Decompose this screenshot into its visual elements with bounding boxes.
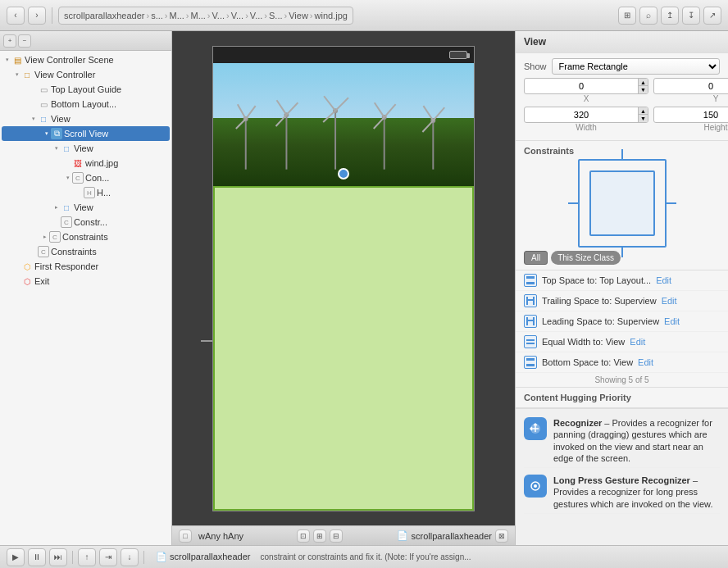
svg-rect-35	[526, 358, 535, 361]
breadcrumb[interactable]: scrollparallaxheader › s... › M... › M..…	[58, 7, 353, 25]
canvas-size-btn-2[interactable]: ⊞	[313, 529, 326, 543]
breadcrumb-item-2[interactable]: s...	[151, 11, 163, 20]
drag-handle[interactable]	[338, 168, 349, 179]
breadcrumb-item-4[interactable]: M...	[190, 11, 205, 20]
label-bottom-layout: Bottom Layout...	[51, 99, 116, 109]
constraint-text-equal-width: Equal Width to: View	[542, 337, 625, 347]
toggle-scroll-view[interactable]: ▾	[43, 130, 51, 138]
toolbar-btn-up[interactable]: ↥	[661, 7, 679, 25]
tree-item-vc-scene[interactable]: ▾ ▤ View Controller Scene	[0, 52, 171, 67]
constraint-item-leading[interactable]: Leading Space to: Superview Edit	[516, 311, 728, 332]
toolbar-btn-search[interactable]: ⌕	[639, 7, 657, 25]
height-input[interactable]	[654, 107, 728, 122]
constraint-line-bottom	[621, 246, 623, 257]
tree-item-h-item[interactable]: ▸ H H...	[0, 185, 171, 200]
debug-up-btn[interactable]: ↑	[78, 548, 96, 566]
breadcrumb-item-6[interactable]: V...	[231, 11, 244, 20]
tree-item-view1[interactable]: ▾ □ View	[0, 111, 171, 126]
constraint-item-top[interactable]: Top Space to: Top Layout... Edit	[516, 270, 728, 291]
canvas-area[interactable]	[172, 31, 515, 525]
canvas-extra-btn[interactable]: ⊠	[495, 529, 508, 543]
tree-item-constraints2[interactable]: ▸ C Constraints	[0, 244, 171, 259]
debug-run-btn[interactable]: ▶	[7, 548, 25, 566]
toggle-vc-scene[interactable]: ▾	[3, 56, 11, 64]
tree-item-con1[interactable]: ▾ C Con...	[0, 170, 171, 185]
tree-item-vc[interactable]: ▾ □ View Controller	[0, 67, 171, 82]
left-panel-btn-2[interactable]: −	[18, 34, 31, 48]
bottom-center: ⊡ ⊞ ⊟	[250, 529, 390, 543]
breadcrumb-item-1[interactable]: scrollparallaxheader	[64, 11, 144, 20]
canvas-size-btn-1[interactable]: ⊡	[297, 529, 310, 543]
tree-item-constraints1[interactable]: ▸ C Constraints	[0, 229, 171, 244]
tree-item-bottom-layout[interactable]: ▸ ▭ Bottom Layout...	[0, 97, 171, 111]
show-row: Show Frame Rectangle	[524, 58, 720, 75]
filter-all-btn[interactable]: All	[524, 251, 548, 265]
constraint-item-bottom[interactable]: Bottom Space to: View Edit	[516, 352, 728, 373]
tree-item-top-layout[interactable]: ▸ ▭ Top Layout Guide	[0, 82, 171, 97]
constraint-line-right	[665, 202, 676, 204]
toggle-constraints1[interactable]: ▸	[41, 233, 49, 241]
debug-constraint-note: constraint or constraints and fix it. (N…	[261, 552, 721, 561]
debug-down-btn[interactable]: ↓	[121, 548, 139, 566]
tree-item-first-responder[interactable]: ▸ ⬡ First Responder	[0, 259, 171, 274]
back-button[interactable]: ‹	[7, 7, 25, 25]
y-input[interactable]	[654, 79, 728, 93]
toggle-con1[interactable]: ▾	[64, 174, 72, 182]
forward-button[interactable]: ›	[28, 7, 46, 25]
recognizer-icon-pan	[524, 417, 547, 440]
width-stepper-up[interactable]: ▲	[638, 107, 648, 115]
svg-rect-29	[533, 297, 535, 305]
debug-tab-btn[interactable]: ⇥	[99, 548, 117, 566]
tree-item-view2[interactable]: ▾ □ View	[0, 141, 171, 156]
tree-item-view3[interactable]: ▸ □ View	[0, 200, 171, 215]
tree-item-constr1[interactable]: ▸ C Constr...	[0, 215, 171, 229]
x-input-wrap: ▲ ▼	[524, 78, 648, 94]
debug-file-icon: 📄	[156, 552, 167, 561]
edit-btn-equal-width[interactable]: Edit	[630, 337, 645, 347]
breadcrumb-item-7[interactable]: V...	[250, 11, 263, 20]
toggle-view3[interactable]: ▸	[52, 203, 61, 211]
toggle-view2[interactable]: ▾	[52, 144, 61, 152]
toggle-vc[interactable]: ▾	[13, 70, 21, 79]
debug-pause-btn[interactable]: ⏸	[28, 548, 46, 566]
show-select[interactable]: Frame Rectangle	[552, 58, 720, 75]
debug-step-btn[interactable]: ⏭	[49, 548, 67, 566]
breadcrumb-item-10[interactable]: wind.jpg	[315, 11, 348, 20]
svg-line-7	[277, 100, 287, 115]
canvas-toolbar-btn-1[interactable]: □	[179, 529, 192, 543]
turbines-svg	[213, 88, 474, 170]
breadcrumb-item-8[interactable]: S...	[269, 11, 283, 20]
toolbar-btn-grid[interactable]: ⊞	[618, 7, 636, 25]
icon-h-item: H	[84, 187, 95, 198]
x-stepper-up[interactable]: ▲	[638, 79, 648, 86]
left-panel-btn-1[interactable]: +	[3, 34, 16, 48]
y-field: ▲ ▼ Y	[653, 78, 728, 103]
content-hugging-title: Content Hugging Priority	[524, 393, 631, 402]
constraint-item-equal-width[interactable]: Equal Width to: View Edit	[516, 332, 728, 352]
tree-item-wind-jpg[interactable]: ▸ 🖼 wind.jpg	[0, 156, 171, 170]
recognizer-item-longpress: Long Press Gesture Recognizer – Provides…	[524, 471, 720, 514]
edit-btn-trailing[interactable]: Edit	[662, 296, 677, 306]
edit-btn-bottom[interactable]: Edit	[638, 357, 653, 367]
breadcrumb-item-3[interactable]: M...	[169, 11, 184, 20]
breadcrumb-item-5[interactable]: V...	[212, 11, 225, 20]
svg-line-2	[238, 104, 246, 119]
breadcrumb-item-9[interactable]: View	[289, 11, 308, 20]
canvas-size-btn-3[interactable]: ⊟	[330, 529, 343, 543]
constraint-target-equal-width: View	[606, 337, 626, 347]
width-stepper-down[interactable]: ▼	[638, 115, 648, 122]
width-input[interactable]	[525, 107, 638, 122]
size-class-btn[interactable]: This Size Class	[551, 251, 621, 265]
x-input[interactable]	[525, 79, 638, 93]
toolbar-btn-share[interactable]: ↗	[703, 7, 721, 25]
toolbar-btn-down[interactable]: ↧	[682, 7, 700, 25]
edit-btn-top[interactable]: Edit	[656, 275, 671, 285]
tree-item-scroll-view[interactable]: ▾ ⧉ Scroll View	[2, 126, 170, 141]
tree-item-exit[interactable]: ▸ ⬡ Exit	[0, 274, 171, 289]
constraint-item-trailing[interactable]: Trailing Space to: Superview Edit	[516, 291, 728, 311]
canvas-file-icon: 📄	[397, 530, 408, 541]
edit-btn-leading[interactable]: Edit	[664, 316, 680, 326]
toggle-view1[interactable]: ▾	[30, 115, 38, 123]
left-panel: + − ▾ ▤ View Controller Scene ▾ □ View C…	[0, 31, 172, 545]
x-stepper-down[interactable]: ▼	[638, 86, 648, 93]
